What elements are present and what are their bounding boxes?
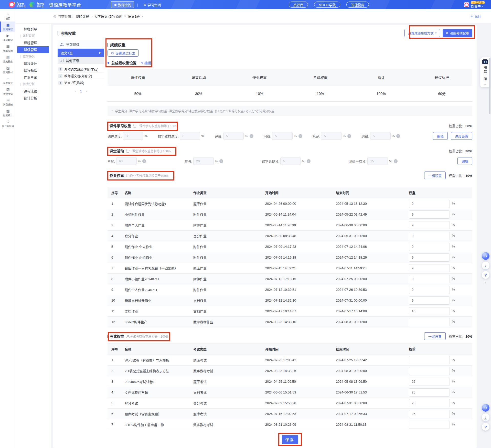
error-correction-input[interactable] xyxy=(370,132,391,140)
breadcrumb-course[interactable]: 大学语文 (2P) 原创 xyxy=(94,14,122,19)
user-menu[interactable]: 刘育宁 ∨ xyxy=(471,5,484,8)
notes-input[interactable] xyxy=(321,132,341,140)
help-icon[interactable]: ? xyxy=(347,134,351,138)
sidebar-item-message[interactable]: ✉消息通知 xyxy=(0,97,15,108)
class-list-item[interactable]: 2教师语文班(刘育宁) xyxy=(58,73,104,79)
current-class-item[interactable]: 语文1班 ▶ xyxy=(58,49,104,57)
weight-input[interactable] xyxy=(409,253,450,262)
participation-input[interactable] xyxy=(193,157,214,165)
edit-total-weight-link[interactable]: ✎ 编辑 xyxy=(141,60,151,65)
help-button[interactable]: ? xyxy=(482,271,489,279)
weight-input[interactable] xyxy=(409,221,450,229)
attendance-input[interactable] xyxy=(116,157,137,165)
homework-oneclick-button[interactable]: 一键设置 xyxy=(424,172,446,179)
icve-cloud-logo xyxy=(29,2,35,7)
menu-item[interactable]: 班级管理 xyxy=(17,46,49,53)
activity-edit-button[interactable]: 编辑 xyxy=(457,157,472,165)
help-button[interactable]: ? xyxy=(482,423,489,431)
evaluation-input[interactable] xyxy=(223,132,244,140)
weight-input[interactable] xyxy=(409,388,450,397)
set-pass-standard-button[interactable]: ⚙ 设置通过标准 xyxy=(108,49,139,57)
exam-oneclick-button[interactable]: 一键设置 xyxy=(424,332,446,340)
sidebar-item-my-courses[interactable]: ▣我的课程 xyxy=(0,22,15,32)
menu-item[interactable]: 统计分析 xyxy=(15,95,51,102)
menu-item[interactable]: 课程管理 xyxy=(15,39,51,46)
table-row: 4文档试卷问答题文档考试2024-06-06 15:51:532024-06-3… xyxy=(108,387,472,398)
weight-input[interactable] xyxy=(409,243,450,251)
weight-input[interactable] xyxy=(409,410,450,418)
set-grade-generation-button[interactable]: 设置成绩生成方式 ∨ xyxy=(404,29,440,37)
learning-space-button[interactable]: ▤ 学习空间 xyxy=(141,2,163,8)
sidebar-item-home[interactable]: ⌂首页 xyxy=(0,11,15,22)
pagination-prev[interactable]: ‹ xyxy=(75,90,76,93)
sidebar-item-classroom-teaching[interactable]: ▶课堂教学 xyxy=(0,32,15,43)
courseware-edit-button[interactable]: 编辑 xyxy=(433,132,448,140)
weight-input[interactable] xyxy=(409,367,450,375)
weight-input[interactable] xyxy=(409,378,450,386)
sidebar-item-textbook[interactable]: ▧我的教材 xyxy=(0,65,15,75)
collapse-icon[interactable]: « xyxy=(484,83,486,86)
courseware-progress-input[interactable] xyxy=(123,132,143,140)
mooc-college-button[interactable]: MOOC学院 xyxy=(314,2,340,8)
weight-input[interactable] xyxy=(409,399,450,407)
class-list-item[interactable]: 3语文2班(徐超) xyxy=(58,79,104,86)
mini-app-icon[interactable] xyxy=(464,2,469,7)
help-icon[interactable]: ? xyxy=(394,159,398,163)
bullet-dot xyxy=(108,62,109,64)
qa-input[interactable] xyxy=(272,132,293,140)
weight-input[interactable] xyxy=(409,200,450,208)
smart-cast-button[interactable]: 智能投屏 xyxy=(346,2,369,8)
weight-input[interactable] xyxy=(409,307,450,315)
progress-setting-button[interactable]: 进度设置 xyxy=(451,132,472,140)
menu-item[interactable]: 课程设计 xyxy=(15,60,51,67)
weight-input[interactable] xyxy=(409,232,450,240)
assistant-sphere-icon[interactable] xyxy=(482,252,489,260)
download-button[interactable]: ↓ xyxy=(482,413,489,421)
help-icon[interactable]: ? xyxy=(298,134,302,138)
weight-input[interactable] xyxy=(409,296,450,305)
weight-input[interactable] xyxy=(409,318,450,326)
pagination-page[interactable]: 1 xyxy=(80,90,82,93)
help-icon[interactable]: ? xyxy=(396,134,400,138)
column-header: 权重 xyxy=(406,187,472,198)
menu-item[interactable]: 课程成绩 xyxy=(15,88,51,95)
resource-library-button[interactable]: 资源库 xyxy=(289,2,308,8)
menu-item[interactable]: 作业考试 xyxy=(15,74,51,81)
weight-input[interactable] xyxy=(409,286,450,294)
assistant-sphere-icon[interactable] xyxy=(482,404,489,412)
assistant-tab[interactable]: 职教一问 « xyxy=(480,57,490,87)
quote-assessment-weight-button[interactable]: ⧉ 引用考核权重 xyxy=(443,29,472,37)
percent-sign: % xyxy=(452,223,455,227)
sidebar-item-third-party[interactable]: ∷第三方应用 xyxy=(0,118,15,129)
sidebar-item-pending-exam[interactable]: ▨待批考试 xyxy=(0,86,15,97)
weight-input[interactable] xyxy=(409,421,450,429)
back-link[interactable]: ↩ 返回 xyxy=(471,14,481,19)
help-icon[interactable]: ? xyxy=(142,159,146,163)
sidebar-item-question-bank[interactable]: ▦我的题库 xyxy=(0,54,15,65)
breadcrumb-class[interactable]: 语文1班 xyxy=(128,14,140,19)
quiz-average-input[interactable] xyxy=(367,157,388,165)
pagination-next[interactable]: › xyxy=(86,90,87,93)
sidebar-item-data-statistics[interactable]: ▩数据统计 xyxy=(0,108,15,118)
sidebar-item-my-resources[interactable]: ▤我的资源 xyxy=(0,43,15,54)
help-icon[interactable]: ? xyxy=(250,134,253,138)
help-icon[interactable]: ? xyxy=(219,159,223,163)
menu-item[interactable]: 课程题库 xyxy=(15,67,51,74)
class-performance-input[interactable] xyxy=(280,157,301,165)
sidebar-item-pending-homework[interactable]: ≡待批作业 xyxy=(0,75,15,86)
chevron-down-icon[interactable]: ∨ xyxy=(485,281,487,284)
breadcrumb-my-courses[interactable]: 我的课程 xyxy=(76,14,89,19)
weight-input[interactable] xyxy=(409,275,450,283)
menu-item[interactable]: 课程引导 xyxy=(15,26,51,33)
download-button[interactable]: ↓ xyxy=(482,262,489,269)
weight-input[interactable] xyxy=(409,264,450,272)
class-list-item[interactable]: 1外校语文班级(刘育宁sy) xyxy=(58,66,104,73)
weight-input[interactable] xyxy=(409,210,450,219)
class-panel: 当前班级 语文1班 ▶ 其他班级 1外校语文班级(刘育宁sy)2教师语文班(刘育… xyxy=(58,40,104,444)
weight-input[interactable] xyxy=(409,356,450,364)
digital-textbook-progress-input[interactable] xyxy=(180,132,200,140)
help-icon[interactable]: ? xyxy=(307,159,311,163)
save-button[interactable]: 保存 xyxy=(282,435,298,444)
scrollbar-thumb[interactable] xyxy=(489,58,490,114)
teacher-space-button[interactable]: ▣ 教师空间 xyxy=(111,1,134,8)
